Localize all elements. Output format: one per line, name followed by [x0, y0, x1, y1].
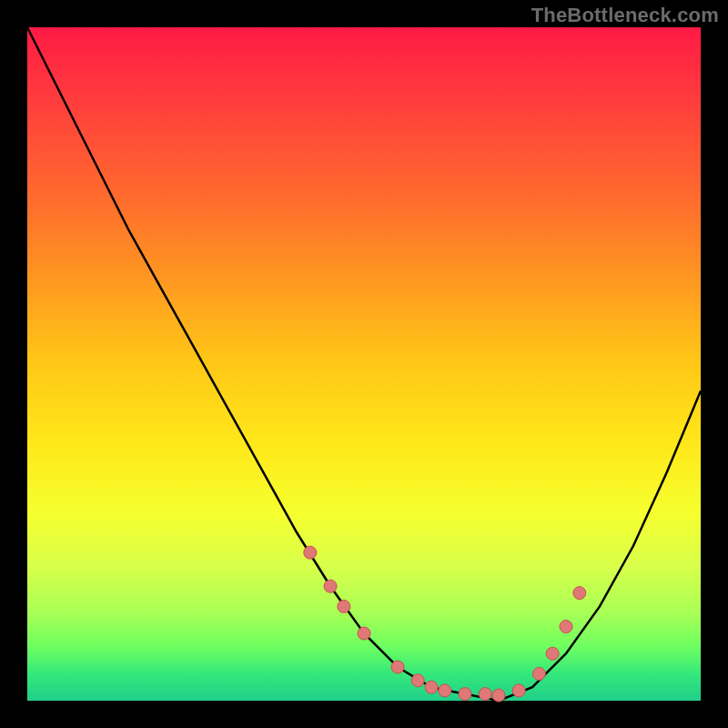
data-point — [573, 587, 586, 600]
data-point — [324, 580, 337, 592]
data-point — [532, 667, 545, 680]
plot-area — [27, 27, 701, 701]
data-point — [411, 674, 424, 687]
data-point — [546, 647, 559, 660]
data-markers — [304, 546, 586, 702]
chart-svg — [27, 27, 701, 701]
data-point — [439, 684, 451, 697]
data-point — [512, 684, 525, 697]
data-point — [479, 688, 491, 701]
bottleneck-curve — [27, 27, 701, 701]
chart-frame: TheBottleneck.com — [0, 0, 728, 728]
data-point — [560, 621, 572, 633]
data-point — [304, 546, 317, 559]
data-point — [391, 661, 404, 673]
data-point — [358, 627, 370, 640]
watermark-text: TheBottleneck.com — [531, 4, 719, 27]
data-point — [338, 600, 350, 612]
data-point — [425, 681, 438, 693]
data-point — [459, 688, 471, 701]
data-point — [492, 689, 505, 702]
